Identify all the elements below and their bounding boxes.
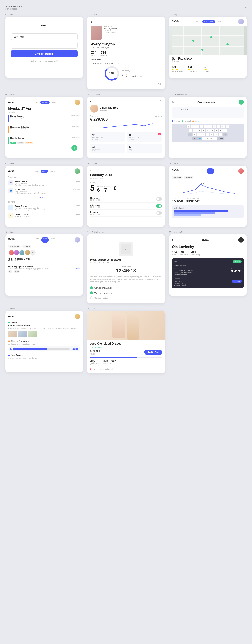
key-y[interactable]: y xyxy=(208,125,212,128)
key-t[interactable]: t xyxy=(204,125,208,128)
inbox-tab-reports[interactable]: Reports xyxy=(49,170,57,173)
visitor-locations-box: Visitor Locations xyxy=(172,206,244,218)
username-input[interactable] xyxy=(11,33,78,40)
key-q[interactable]: q xyxy=(187,125,190,128)
time-more-icon[interactable]: ··· xyxy=(160,237,162,240)
filter-design-team[interactable]: Design Team xyxy=(8,245,20,248)
back-icon[interactable]: ‹ xyxy=(91,20,92,24)
key-o[interactable]: o xyxy=(221,125,225,128)
day-wednesday[interactable]: Wednesday 7 xyxy=(104,186,113,193)
tracking-button[interactable]: Tracking xyxy=(232,280,242,283)
key-b[interactable]: b xyxy=(210,133,214,136)
cal-event-2-title: New Collection xyxy=(10,137,69,139)
key-v[interactable]: v xyxy=(206,133,209,136)
cal-event-1-time: 17:00 - 17:50 xyxy=(71,126,80,128)
forgot-password-link[interactable]: Did you forget your password? xyxy=(31,60,58,62)
key-return[interactable]: return xyxy=(217,137,224,140)
note-add-btn[interactable]: + xyxy=(239,100,244,104)
cal-plus-btn[interactable]: + xyxy=(71,145,77,151)
key-n[interactable]: n xyxy=(214,133,218,136)
key-u[interactable]: u xyxy=(213,125,216,128)
key-p[interactable]: p xyxy=(226,125,229,128)
key-h[interactable]: h xyxy=(210,129,214,132)
cal-event-2-sub: Admin and Ed xyxy=(10,139,69,141)
efficiency-label: efficiency xyxy=(122,70,148,72)
inbox-item-0[interactable]: ✉ Avery Clayton 10X Bank receipt We got … xyxy=(8,179,80,187)
key-a[interactable]: a xyxy=(189,129,192,132)
tasks-tab-traffic[interactable]: Traffic xyxy=(33,237,41,242)
key-r[interactable]: r xyxy=(200,125,203,128)
day-thu[interactable]: 8 xyxy=(114,186,117,193)
myprofile-back-icon[interactable]: ‹ xyxy=(90,100,91,103)
view-all-link[interactable]: View all (27) xyxy=(8,195,80,200)
key-f[interactable]: f xyxy=(202,129,205,132)
traffic-tab-traffic[interactable]: Traffic xyxy=(207,168,214,174)
day-monday[interactable]: Monday 5 xyxy=(90,182,96,193)
key-k[interactable]: k xyxy=(219,129,223,132)
key-e[interactable]: e xyxy=(195,125,199,128)
inbox-msg-0-detail: We got it! It wasn't easy but they said … xyxy=(15,184,75,186)
cal-event-active-btn[interactable]: Active xyxy=(10,142,16,144)
filter-project-y[interactable]: Project Y xyxy=(22,245,31,248)
profile-date[interactable]: June 2016 xyxy=(91,58,101,61)
traffic-tab-conversion[interactable]: Conversion xyxy=(195,168,206,174)
key-m[interactable]: m xyxy=(219,133,222,136)
day-tuesday[interactable]: Tuesday 6 xyxy=(97,186,103,193)
orders-back-icon[interactable]: ‹ xyxy=(90,168,91,172)
key-globe[interactable]: 🌐 xyxy=(197,137,202,140)
inbox-tab-traffic[interactable]: Traffic xyxy=(32,170,40,173)
note-type-major[interactable]: Major xyxy=(192,120,199,122)
tasks-tab-tasks[interactable]: Tasks xyxy=(41,237,49,242)
cal-event-decline-btn[interactable]: Decline xyxy=(17,142,24,144)
afternoon-toggle[interactable] xyxy=(156,204,162,208)
map-tab-alerts[interactable]: Alerts xyxy=(216,20,223,23)
map-tab-pos[interactable]: Points of Sale xyxy=(202,20,215,23)
review-item-0[interactable]: ℹ Aaron Evans Feedback Quntie Quntie Sun… xyxy=(8,204,80,212)
task-item-0[interactable]: Product page UX research A good way to k… xyxy=(8,264,80,274)
key-123[interactable]: 123 xyxy=(192,137,197,140)
note-textarea[interactable] xyxy=(172,107,244,118)
morning-time: 09:00 - 12:00 xyxy=(90,199,156,201)
key-i[interactable]: i xyxy=(217,125,221,128)
key-z[interactable]: z xyxy=(193,133,196,136)
map-location-name[interactable]: San Fransisco xyxy=(172,57,244,60)
screen-10: 10 — tasks avsc. Traffic Tasks Alerts De… xyxy=(5,231,83,303)
key-backspace[interactable]: ⌫ xyxy=(223,133,227,136)
cal-tab-alerts[interactable]: Alerts xyxy=(50,101,58,104)
myprofile-settings-icon[interactable]: ⚙ xyxy=(159,100,162,102)
cal-tab-traffic[interactable]: Traffic xyxy=(32,101,40,104)
edit-link[interactable]: Edit xyxy=(158,83,161,85)
note-type-internal[interactable]: Internal xyxy=(172,120,180,122)
filter-lastweek[interactable]: Last Week xyxy=(172,176,182,179)
key-j[interactable]: j xyxy=(215,129,218,132)
key-w[interactable]: w xyxy=(191,125,195,128)
map-tab-traffic[interactable]: Traffic xyxy=(194,20,202,23)
inbox-tab-alerts[interactable]: Alerts xyxy=(41,170,48,173)
key-l[interactable]: l xyxy=(223,129,227,132)
key-x[interactable]: x xyxy=(197,133,201,136)
cal-event-postpone-btn[interactable]: Postpone xyxy=(25,142,33,144)
filter-sessions[interactable]: Sessions xyxy=(184,176,194,179)
note-close-icon[interactable]: ✕ xyxy=(172,100,174,104)
evening-toggle[interactable] xyxy=(156,211,162,214)
notes-audio[interactable]: ▶ $1,213.00 xyxy=(8,346,80,352)
tasks-tab-alerts[interactable]: Alerts xyxy=(49,237,57,242)
key-space[interactable]: space xyxy=(202,137,217,140)
key-c[interactable]: c xyxy=(201,133,205,136)
inbox-item-1[interactable]: 👤 Matt Cross New Connection I'm letting … xyxy=(8,187,80,195)
key-g[interactable]: g xyxy=(206,129,210,132)
login-button[interactable]: Let's get started! xyxy=(11,50,78,57)
note-type-external[interactable]: External xyxy=(182,120,191,122)
time-task-1-text: Wireframing screens xyxy=(95,292,113,294)
add-to-cart-button[interactable]: Add to Cart xyxy=(144,350,162,355)
key-d[interactable]: d xyxy=(197,129,201,132)
password-input[interactable] xyxy=(11,42,78,48)
play-icon[interactable]: ▶ xyxy=(10,348,12,350)
key-s[interactable]: s xyxy=(193,129,197,132)
cal-tab-meetings[interactable]: Meetings xyxy=(40,101,50,104)
morning-toggle[interactable] xyxy=(156,197,162,200)
review-item-1[interactable]: ⚠ Dorian Campus Negative Cleared Bell 11… xyxy=(8,212,80,220)
key-shift[interactable]: ⇧ xyxy=(188,133,192,136)
traffic-tab-alerts[interactable]: Alerts xyxy=(215,168,222,174)
screen-02-label: 02 — profile xyxy=(87,14,165,16)
